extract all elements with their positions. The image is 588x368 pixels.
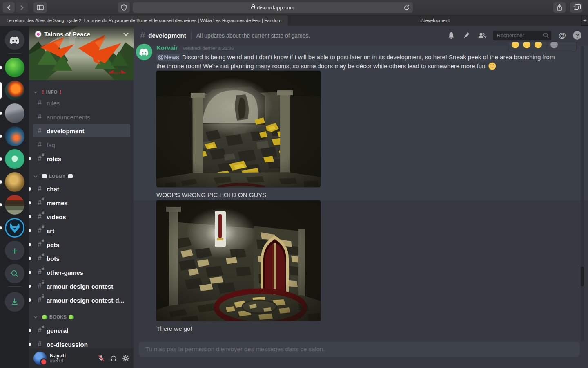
server-icon-green-emblem[interactable] <box>5 149 24 169</box>
server-badge-icon <box>35 31 41 37</box>
category-books[interactable]: BOOKS <box>33 312 130 321</box>
channel-topic: All updates about the current state of g… <box>196 32 310 39</box>
user-discriminator: #6874 <box>50 358 98 364</box>
channel-videos[interactable]: # videos <box>33 210 130 223</box>
attachment-image-cave-gold[interactable] <box>156 71 321 187</box>
download-apps-button[interactable] <box>5 292 24 312</box>
message-author-avatar[interactable] <box>136 44 152 60</box>
channel-roles[interactable]: # roles <box>33 152 130 165</box>
hash-icon: # <box>36 141 43 149</box>
add-server-button[interactable]: + <box>5 241 24 260</box>
help-icon[interactable]: ? <box>573 31 581 40</box>
unread-pill <box>29 215 31 218</box>
exclamation-emoji: ! <box>60 89 62 96</box>
address-bar[interactable]: discordapp.com <box>133 2 413 13</box>
category-chevron-icon <box>34 315 37 318</box>
browser-toolbar: discordapp.com <box>0 0 588 15</box>
unread-indicator <box>0 180 2 184</box>
mic-muted-icon[interactable] <box>98 355 105 362</box>
speech-bubble-emoji <box>42 174 47 178</box>
header-divider <box>191 31 192 40</box>
unread-pill <box>29 229 31 232</box>
members-icon[interactable] <box>477 31 486 40</box>
content-blocker-shield-icon[interactable] <box>118 2 130 13</box>
url-text: discordapp.com <box>257 4 294 11</box>
tab-bar: Le retour des Ailes de Sang, cycle 2: La… <box>0 15 588 26</box>
gear-icon[interactable] <box>122 355 129 362</box>
sidebar-toggle-button[interactable] <box>33 2 47 13</box>
share-button[interactable] <box>553 2 566 13</box>
hash-icon: # <box>36 113 43 121</box>
category-info[interactable]: ! INFO ! <box>33 88 130 96</box>
unread-pill <box>29 187 31 191</box>
channel-armour-design-contest-d[interactable]: # armour-design-contest-d... <box>33 294 130 307</box>
channel-announcements[interactable]: # announcements <box>33 110 130 123</box>
channel-general[interactable]: # general <box>33 324 130 337</box>
channel-pets[interactable]: # pets <box>33 238 130 251</box>
channel-faq[interactable]: # faq <box>33 138 130 151</box>
message-author[interactable]: Korvair <box>156 44 178 51</box>
headphones-icon[interactable] <box>110 355 117 362</box>
server-rail: + <box>0 26 29 368</box>
role-mention[interactable]: @News <box>156 54 180 61</box>
channel-bots[interactable]: # bots <box>33 252 130 265</box>
category-label: BOOKS <box>49 314 67 319</box>
unread-pill <box>29 329 31 332</box>
server-icon-forest[interactable] <box>5 58 24 77</box>
server-icon-mountain[interactable] <box>5 103 24 123</box>
mentions-at-icon[interactable]: @ <box>558 31 566 40</box>
tab-wiki[interactable]: Le retour des Ailes de Sang, cycle 2: La… <box>0 15 288 26</box>
search-box[interactable] <box>493 31 551 40</box>
user-avatar-dnd-status[interactable] <box>33 352 47 365</box>
tab-development[interactable]: #development <box>288 15 582 26</box>
server-icon-gold-dice[interactable] <box>5 172 24 192</box>
message-text-woops: WOOPS WRONG PIC HOLD ON GUYS <box>156 191 266 200</box>
channel-other-games[interactable]: # other-games <box>33 266 130 279</box>
channel-development-selected[interactable]: # development <box>33 124 130 137</box>
hash-icon: # <box>36 127 43 135</box>
scrollbar-thumb[interactable] <box>581 267 584 286</box>
dragon-emoji <box>69 315 74 319</box>
hash-lock-icon: # <box>36 155 43 163</box>
home-button-discord-logo[interactable] <box>5 30 24 50</box>
pin-icon[interactable] <box>462 31 470 40</box>
channel-title: development <box>148 32 186 39</box>
category-label: INFO <box>46 90 58 94</box>
forward-button[interactable] <box>16 2 28 13</box>
server-icon-blue-dragon[interactable] <box>5 126 24 146</box>
channel-rules[interactable]: # rules <box>33 96 130 110</box>
reload-icon[interactable] <box>404 4 410 12</box>
back-button[interactable] <box>3 2 15 13</box>
category-lobby[interactable]: LOBBY <box>33 172 130 181</box>
server-discovery-button[interactable] <box>5 264 24 283</box>
channel-art[interactable]: # art <box>33 224 130 237</box>
server-icon-minecraft[interactable] <box>5 195 24 215</box>
hash-icon: # <box>36 185 43 193</box>
server-name: Talons of Peace <box>44 31 124 38</box>
channel-memes[interactable]: # memes <box>33 196 130 209</box>
server-icon-orange-dragon-active[interactable] <box>5 81 24 100</box>
search-input[interactable] <box>493 31 551 40</box>
unread-pill <box>29 343 31 346</box>
chat-scrollbar[interactable] <box>581 46 584 342</box>
speech-bubble-emoji <box>68 174 73 178</box>
dragon-emoji <box>42 315 47 319</box>
unread-pill <box>29 285 31 288</box>
channel-header: # development All updates about the curr… <box>134 26 588 45</box>
new-tab-button[interactable]: + <box>582 15 588 25</box>
channel-armour-design-contest[interactable]: # armour-design-contest <box>33 280 130 293</box>
unread-pill <box>29 157 31 160</box>
tab-overview-button[interactable] <box>570 2 582 13</box>
tab-title: #development <box>420 18 450 23</box>
server-icon-blue-fox[interactable] <box>5 218 24 238</box>
attachment-image-red-door[interactable] <box>156 200 321 321</box>
hash-icon: # <box>36 99 43 107</box>
server-header[interactable]: Talons of Peace <box>29 26 134 42</box>
channel-chat[interactable]: # chat <box>33 182 130 195</box>
message-text-there: There we go! <box>156 324 192 333</box>
search-icon <box>543 32 549 38</box>
bell-icon[interactable] <box>447 31 455 40</box>
exclamation-emoji: ! <box>42 89 44 96</box>
unread-indicator <box>0 66 2 69</box>
unread-indicator <box>0 157 2 161</box>
